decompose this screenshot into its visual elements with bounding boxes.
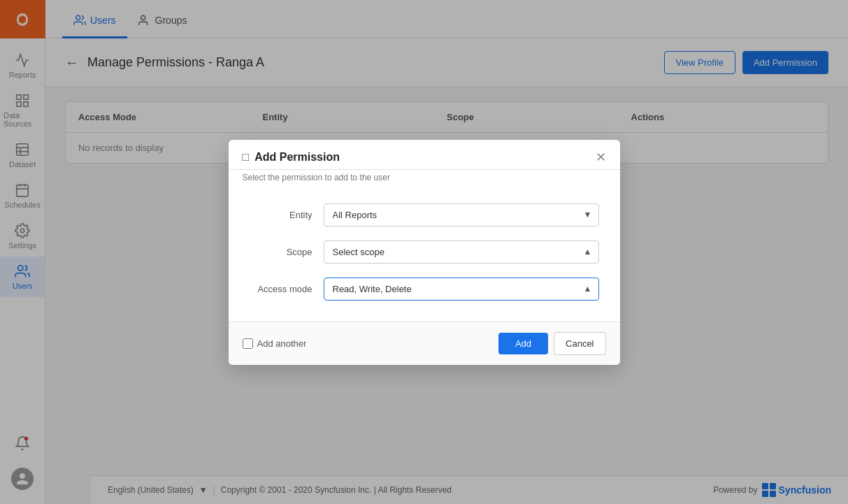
- scope-select[interactable]: Select scope: [324, 240, 599, 264]
- dialog-title-row: □ Add Permission: [243, 151, 340, 164]
- dialog-header: □ Add Permission ✕: [229, 140, 620, 170]
- dialog-close-button[interactable]: ✕: [596, 151, 606, 164]
- add-another-checkbox-label[interactable]: Add another: [243, 338, 307, 349]
- scope-form-row: Scope Select scope ▲: [250, 240, 599, 264]
- entity-control: All ReportsSpecific Report ▼: [324, 203, 599, 226]
- dialog-subtitle: Select the permission to add to the user: [229, 170, 620, 189]
- entity-form-row: Entity All ReportsSpecific Report ▼: [250, 203, 599, 226]
- add-another-checkbox[interactable]: [243, 338, 253, 349]
- dialog-body: Entity All ReportsSpecific Report ▼ Scop…: [229, 189, 620, 322]
- add-another-label: Add another: [257, 338, 307, 349]
- dialog-add-button[interactable]: Add: [498, 333, 548, 354]
- scope-label: Scope: [250, 247, 312, 257]
- entity-select[interactable]: All ReportsSpecific Report: [324, 203, 599, 226]
- dialog-title: Add Permission: [254, 151, 340, 164]
- dialog-cancel-button[interactable]: Cancel: [554, 332, 605, 355]
- access-mode-label: Access mode: [250, 284, 312, 294]
- dialog-permission-icon: □: [243, 151, 250, 164]
- add-permission-dialog: □ Add Permission ✕ Select the permission…: [229, 140, 620, 365]
- entity-label: Entity: [250, 210, 312, 220]
- access-mode-select[interactable]: Read, Write, DeleteRead, WriteRead Only: [324, 278, 599, 301]
- access-mode-control: Read, Write, DeleteRead, WriteRead Only …: [324, 278, 599, 301]
- dialog-footer: Add another Add Cancel: [229, 322, 620, 365]
- modal-overlay: □ Add Permission ✕ Select the permission…: [0, 0, 848, 504]
- access-mode-form-row: Access mode Read, Write, DeleteRead, Wri…: [250, 278, 599, 301]
- scope-control: Select scope ▲: [324, 240, 599, 264]
